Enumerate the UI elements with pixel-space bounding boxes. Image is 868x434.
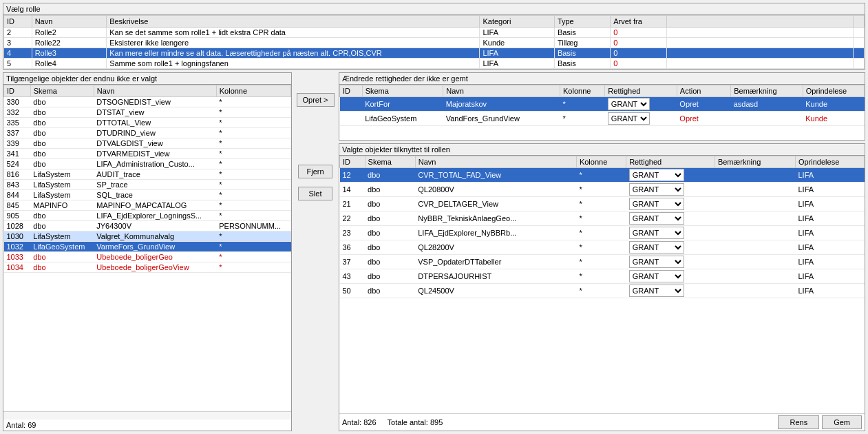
left-panel-title: Tilgængelige objekter der endnu ikke er … [3, 72, 292, 85]
list-item[interactable]: 339dboDTVALGDIST_view* [4, 138, 291, 149]
st-col-rett: Rettighed [626, 156, 715, 168]
role-row[interactable]: 3Rolle22Eksisterer ikke længereKundeTill… [4, 38, 865, 48]
rt-col-skema: Skema [362, 85, 443, 97]
left-scrollable[interactable]: ID Skema Navn Kolonne 330dboDTSOGNEDIST_… [3, 85, 291, 411]
selected-count: Antal: 826 [342, 418, 377, 426]
list-item[interactable]: 337dboDTUDRIND_view* [4, 128, 291, 138]
obj-table: ID Skema Navn Kolonne 330dboDTSOGNEDIST_… [3, 85, 291, 273]
role-row[interactable]: 5Rolle4Samme som rolle1 + logningsfanenL… [4, 59, 865, 69]
list-item[interactable]: 341dboDTVARMEDIST_view* [4, 149, 291, 159]
selected-footer: Antal: 826 Totale antal: 895 Rens Gem [339, 413, 865, 431]
list-item[interactable]: 1028dboJY64300VPERSONNUMM... [4, 221, 291, 231]
table-row[interactable]: 14dboQL20800V*GRANTLIFA [340, 183, 865, 197]
role-col-extra [666, 16, 853, 28]
selected-total: Totale antal: 895 [388, 418, 443, 426]
table-row[interactable]: 43dboDTPERSAJOURHIST*GRANTLIFA [340, 269, 865, 284]
table-row[interactable]: 22dboNyBBR_TekniskAnlaegGeo...*GRANTLIFA [340, 211, 865, 226]
role-table: ID Navn Beskrivelse Kategori Type Arvet … [3, 15, 865, 69]
role-col-navn: Navn [32, 16, 106, 28]
list-item[interactable]: 905dboLIFA_EjdExplorer_LogningsS...* [4, 211, 291, 221]
rt-col-id: ID [340, 85, 363, 97]
list-item[interactable]: 330dboDTSOGNEDIST_view* [4, 97, 291, 107]
action-label: Opret [679, 100, 699, 108]
rt-col-bem: Bemærkning [731, 85, 803, 97]
role-col-type: Type [554, 16, 610, 28]
rt-col-navn: Navn [443, 85, 560, 97]
role-col-id: ID [4, 16, 32, 28]
rettighed-select[interactable]: GRANT [608, 112, 650, 125]
rettighed-select[interactable]: GRANT [608, 98, 650, 110]
list-item[interactable]: 844LifaSystemSQL_trace* [4, 190, 291, 200]
st-col-skema: Skema [365, 156, 415, 168]
rettighed-select[interactable]: GRANT [629, 183, 684, 196]
list-item[interactable]: 332dboDTSTAT_view* [4, 107, 291, 118]
left-horiz-scroll[interactable] [3, 411, 291, 420]
selected-title: Valgte objekter tilknyttet til rollen [339, 144, 865, 156]
role-row[interactable]: 4Rolle3Kan mere eller mindre se alt data… [4, 48, 865, 59]
st-col-kol: Kolonne [576, 156, 626, 168]
list-item[interactable]: 1034dboUbeboede_boligerGeoView* [4, 262, 291, 273]
changing-title: Ændrede rettigheder der ikke er gemt [339, 73, 865, 85]
fjern-button[interactable]: Fjern [298, 165, 332, 178]
list-item[interactable]: 816LifaSystemAUDIT_trace* [4, 169, 291, 180]
changing-panel: Ændrede rettigheder der ikke er gemt ID … [339, 72, 865, 141]
sel-table: ID Skema Navn Kolonne Rettighed Bemærkni… [339, 156, 865, 298]
left-status: Antal: 69 [3, 420, 291, 431]
rt-col-rett: Rettighed [605, 85, 677, 97]
slet-button[interactable]: Slet [298, 187, 332, 200]
list-item[interactable]: 845MAPINFOMAPINFO_MAPCATALOG* [4, 200, 291, 211]
table-row[interactable]: 23dboLIFA_EjdExplorer_NyBBRb...*GRANTLIF… [340, 226, 865, 240]
st-col-bem: Bemærkning [714, 156, 795, 168]
rens-button[interactable]: Rens [778, 415, 819, 429]
list-item[interactable]: 335dboDTTOTAL_View* [4, 118, 291, 128]
middle-buttons: Opret > Fjern Slet [295, 72, 336, 431]
list-item[interactable]: 1032LifaGeoSystemVarmeFors_GrundView* [4, 242, 291, 252]
rettighed-select[interactable]: GRANT [629, 285, 684, 297]
obj-col-kolonne: Kolonne [216, 85, 290, 97]
rettighed-select[interactable]: GRANT [629, 212, 684, 225]
gem-button[interactable]: Gem [822, 415, 862, 429]
list-item[interactable]: 524dboLIFA_Administration_Custo...* [4, 159, 291, 169]
rt-col-kolonne: Kolonne [560, 85, 605, 97]
list-item[interactable]: 843LifaSystemSP_trace* [4, 180, 291, 190]
role-row[interactable]: 2Rolle2Kan se det samme som rolle1 + lid… [4, 28, 865, 38]
st-col-navn: Navn [415, 156, 576, 168]
changing-tbody: KortForMajoratskov*GRANTOpretasdasdKunde… [340, 97, 865, 126]
obj-col-navn: Navn [94, 85, 216, 97]
selected-table-container[interactable]: ID Skema Navn Kolonne Rettighed Bemærkni… [339, 156, 865, 413]
list-item[interactable]: 1033dboUbeboede_boligerGeo* [4, 252, 291, 262]
table-row[interactable]: 36dboQL28200V*GRANTLIFA [340, 240, 865, 255]
action-label: Opret [679, 114, 699, 123]
table-row[interactable]: 21dboCVR_DELTAGER_View*GRANTLIFA [340, 197, 865, 211]
table-row[interactable]: LifaGeoSystemVandFors_GrundView*GRANTOpr… [340, 112, 865, 126]
opret-button[interactable]: Opret > [297, 93, 335, 107]
left-panel: Tilgængelige objekter der endnu ikke er … [3, 72, 292, 431]
table-row[interactable]: KortForMajoratskov*GRANTOpretasdasdKunde [340, 97, 865, 112]
right-panel: Ændrede rettigheder der ikke er gemt ID … [339, 72, 865, 431]
st-col-opr: Oprindelese [795, 156, 864, 168]
rettighed-select[interactable]: GRANT [629, 198, 684, 210]
role-tbody: 2Rolle2Kan se det samme som rolle1 + lid… [4, 28, 865, 69]
role-section-title: Vælg rolle [3, 3, 865, 15]
rettighed-select[interactable]: GRANT [629, 241, 684, 254]
rettighed-select[interactable]: GRANT [629, 169, 684, 181]
selected-panel: Valgte objekter tilknyttet til rollen ID… [339, 143, 865, 431]
table-row[interactable]: 37dboVSP_OpdaterDTTabeller*GRANTLIFA [340, 255, 865, 269]
rettighed-select[interactable]: GRANT [629, 256, 684, 268]
changing-table-area[interactable]: ID Skema Navn Kolonne Rettighed Action B… [339, 85, 865, 140]
table-row[interactable]: 50dboQL24500V*GRANTLIFA [340, 284, 865, 298]
rettighed-select[interactable]: GRANT [629, 270, 684, 282]
role-col-besk: Beskrivelse [107, 16, 480, 28]
role-col-arvet: Arvet fra [611, 16, 666, 28]
list-item[interactable]: 1030LifaSystemValgret_Kommunalvalg* [4, 231, 291, 242]
rt-col-action: Action [677, 85, 730, 97]
left-tbody: 330dboDTSOGNEDIST_view*332dboDTSTAT_view… [4, 97, 291, 273]
role-section: Vælg rolle ID Navn Beskrivelse Kategori … [3, 3, 865, 70]
rettighed-select[interactable]: GRANT [629, 227, 684, 239]
table-row[interactable]: 12dboCVR_TOTAL_FAD_View*GRANTLIFA [340, 168, 865, 183]
bottom-area: Tilgængelige objekter der endnu ikke er … [3, 72, 865, 431]
role-col-scroll [853, 16, 864, 28]
obj-col-id: ID [4, 85, 31, 97]
obj-col-skema: Skema [30, 85, 94, 97]
selected-tbody: 12dboCVR_TOTAL_FAD_View*GRANTLIFA14dboQL… [340, 168, 865, 298]
